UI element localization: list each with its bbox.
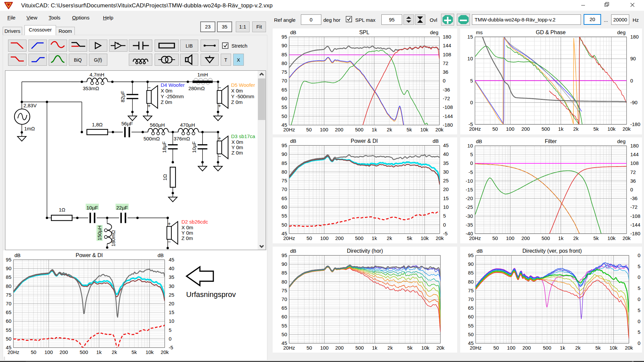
svg-text:90: 90 xyxy=(281,261,287,267)
svg-text:10k: 10k xyxy=(420,127,429,132)
svg-text:2k: 2k xyxy=(112,349,117,355)
svg-text:50: 50 xyxy=(281,331,287,337)
svg-text:20Hz: 20Hz xyxy=(283,235,295,241)
svg-text:95: 95 xyxy=(281,142,287,148)
svg-text:100: 100 xyxy=(320,345,328,351)
svg-text:50: 50 xyxy=(307,345,312,351)
svg-text:-180: -180 xyxy=(630,231,640,236)
svg-text:55: 55 xyxy=(281,213,287,219)
svg-text:65: 65 xyxy=(281,195,287,201)
svg-text:Power & DI: Power & DI xyxy=(351,138,378,144)
svg-text:90: 90 xyxy=(6,265,11,271)
svg-text:95: 95 xyxy=(281,34,287,40)
svg-text:20k: 20k xyxy=(625,345,633,351)
svg-text:100: 100 xyxy=(506,126,514,132)
svg-text:25: 25 xyxy=(169,292,174,298)
svg-text:75: 75 xyxy=(6,292,11,298)
svg-text:85: 85 xyxy=(468,270,474,276)
svg-text:90: 90 xyxy=(630,56,636,61)
svg-text:45: 45 xyxy=(169,257,174,262)
svg-text:dB: dB xyxy=(477,248,483,254)
svg-text:70: 70 xyxy=(281,186,287,192)
svg-text:200: 200 xyxy=(59,349,68,355)
svg-text:15: 15 xyxy=(467,34,473,40)
svg-text:10: 10 xyxy=(467,143,473,148)
svg-text:-25: -25 xyxy=(466,204,473,210)
svg-text:144: 144 xyxy=(630,152,639,157)
svg-text:500: 500 xyxy=(541,126,550,132)
svg-text:50: 50 xyxy=(306,127,312,132)
svg-text:65: 65 xyxy=(281,87,287,93)
svg-text:1k: 1k xyxy=(372,127,377,132)
svg-text:60: 60 xyxy=(281,96,287,101)
svg-text:500: 500 xyxy=(355,127,363,132)
svg-text:20Hz: 20Hz xyxy=(283,127,295,132)
svg-text:10: 10 xyxy=(467,56,473,61)
svg-text:dB: dB xyxy=(158,252,164,258)
svg-text:50: 50 xyxy=(307,235,312,241)
svg-text:95: 95 xyxy=(281,252,287,258)
svg-text:20Hz: 20Hz xyxy=(470,345,481,351)
svg-text:75: 75 xyxy=(281,69,287,75)
svg-text:15: 15 xyxy=(443,195,449,201)
svg-text:0: 0 xyxy=(638,274,640,280)
svg-text:Directivity (hor): Directivity (hor) xyxy=(347,248,383,254)
svg-text:0: 0 xyxy=(470,100,473,105)
svg-text:-10: -10 xyxy=(466,178,473,184)
svg-text:0: 0 xyxy=(470,160,473,166)
svg-text:50: 50 xyxy=(281,222,287,228)
svg-text:75: 75 xyxy=(281,288,287,293)
svg-text:10k: 10k xyxy=(146,349,154,355)
svg-text:dB: dB xyxy=(290,138,296,144)
svg-text:15: 15 xyxy=(169,309,174,315)
svg-text:5k: 5k xyxy=(593,126,599,132)
svg-text:144: 144 xyxy=(443,43,451,48)
svg-text:5: 5 xyxy=(638,285,640,291)
svg-text:20k: 20k xyxy=(623,126,631,132)
svg-text:500: 500 xyxy=(355,345,364,351)
svg-text:500: 500 xyxy=(541,235,550,241)
svg-text:1k: 1k xyxy=(372,235,377,241)
svg-text:2k: 2k xyxy=(573,235,579,241)
svg-text:10k: 10k xyxy=(421,345,430,351)
svg-text:85: 85 xyxy=(281,52,287,57)
svg-text:20Hz: 20Hz xyxy=(469,235,481,241)
svg-text:25: 25 xyxy=(443,178,449,183)
svg-text:Filter: Filter xyxy=(545,138,557,144)
svg-text:5: 5 xyxy=(169,327,171,333)
svg-text:90: 90 xyxy=(281,43,287,48)
svg-text:36: 36 xyxy=(443,69,448,75)
svg-text:60: 60 xyxy=(6,318,11,324)
svg-text:20Hz: 20Hz xyxy=(7,349,19,355)
svg-text:-36: -36 xyxy=(630,195,638,201)
svg-text:200: 200 xyxy=(335,235,343,241)
svg-text:0: 0 xyxy=(638,296,640,302)
svg-text:5k: 5k xyxy=(407,345,413,351)
svg-text:10k: 10k xyxy=(609,345,618,351)
svg-text:100: 100 xyxy=(507,345,515,351)
svg-text:20k: 20k xyxy=(436,345,445,351)
svg-text:75: 75 xyxy=(281,178,287,183)
svg-text:20k: 20k xyxy=(161,349,169,355)
svg-text:0: 0 xyxy=(169,336,171,342)
svg-text:-15: -15 xyxy=(466,187,473,192)
svg-text:-30: -30 xyxy=(466,213,473,219)
svg-text:5k: 5k xyxy=(595,345,601,351)
svg-text:80: 80 xyxy=(281,169,287,175)
svg-text:85: 85 xyxy=(281,270,287,276)
svg-text:36: 36 xyxy=(630,178,636,184)
svg-text:-144: -144 xyxy=(630,222,640,228)
svg-text:5k: 5k xyxy=(407,235,412,241)
svg-text:2k: 2k xyxy=(573,126,579,132)
svg-text:20Hz: 20Hz xyxy=(283,345,295,351)
svg-text:75: 75 xyxy=(468,288,474,293)
svg-text:10k: 10k xyxy=(607,126,616,132)
svg-text:500: 500 xyxy=(355,235,363,241)
svg-text:80: 80 xyxy=(281,279,287,285)
svg-text:95: 95 xyxy=(468,252,474,258)
svg-text:dB: dB xyxy=(433,138,439,144)
svg-text:50: 50 xyxy=(492,235,498,241)
svg-text:deg: deg xyxy=(617,138,626,144)
svg-text:180: 180 xyxy=(630,34,639,40)
svg-text:Directivity (ver, pos front): Directivity (ver, pos front) xyxy=(523,248,582,254)
